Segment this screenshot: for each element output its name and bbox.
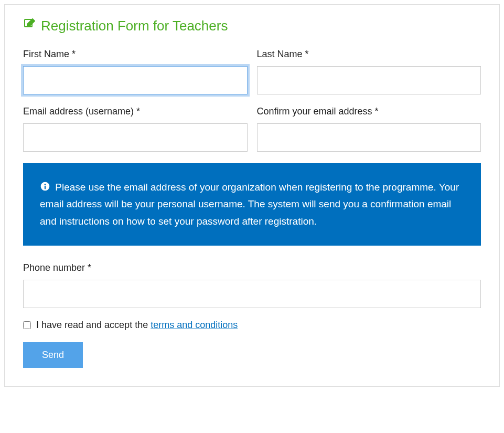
email-group: Email address (username) *	[23, 106, 248, 152]
email-label: Email address (username) *	[23, 106, 248, 117]
first-name-group: First Name *	[23, 49, 248, 94]
first-name-label: First Name *	[23, 49, 248, 60]
last-name-group: Last Name *	[257, 49, 481, 94]
confirm-email-label: Confirm your email address *	[257, 106, 481, 117]
registration-form: Registration Form for Teachers First Nam…	[4, 4, 500, 387]
edit-icon	[23, 18, 36, 34]
info-banner-text: Please use the email address of your org…	[40, 182, 459, 227]
form-title-text: Registration Form for Teachers	[41, 18, 228, 34]
terms-prefix: I have read and accept the	[36, 320, 151, 330]
svg-point-2	[45, 184, 46, 185]
phone-input[interactable]	[23, 280, 481, 308]
last-name-input[interactable]	[257, 66, 481, 94]
first-name-input[interactable]	[23, 66, 248, 94]
terms-checkbox[interactable]	[23, 321, 31, 329]
phone-label: Phone number *	[23, 262, 481, 273]
terms-link[interactable]: terms and conditions	[151, 320, 238, 330]
info-icon	[40, 182, 55, 193]
confirm-email-group: Confirm your email address *	[257, 106, 481, 152]
send-button[interactable]: Send	[23, 342, 83, 368]
email-input[interactable]	[23, 123, 248, 152]
confirm-email-input[interactable]	[257, 123, 481, 152]
form-title: Registration Form for Teachers	[23, 18, 481, 34]
terms-row: I have read and accept the terms and con…	[23, 320, 481, 331]
last-name-label: Last Name *	[257, 49, 481, 60]
info-banner: Please use the email address of your org…	[23, 163, 481, 246]
svg-rect-3	[45, 186, 46, 189]
phone-group: Phone number *	[23, 262, 481, 308]
